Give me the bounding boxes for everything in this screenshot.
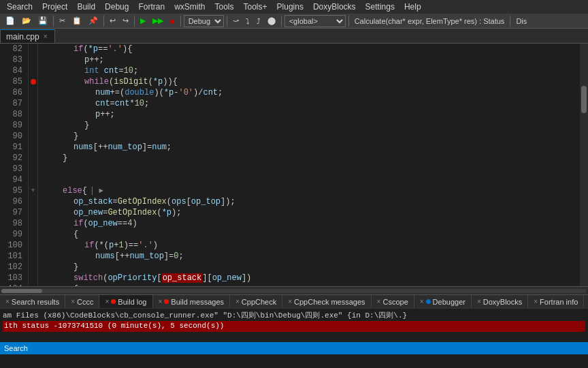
- toolbar-sep4: [180, 16, 181, 27]
- menu-settings[interactable]: Settings: [361, 1, 399, 12]
- toolbar-step-out-btn[interactable]: ⤴: [254, 15, 263, 27]
- line-num-99: 99: [3, 229, 22, 240]
- close-search-results[interactable]: ×: [5, 298, 10, 305]
- close-cppcheck[interactable]: ×: [235, 298, 240, 305]
- close-build-log[interactable]: ×: [105, 298, 109, 305]
- gutter-92: [29, 153, 37, 164]
- code-line-90: }: [41, 131, 577, 142]
- gutter-95[interactable]: ▼: [29, 185, 37, 196]
- menu-tools-plus[interactable]: Tools+: [240, 1, 272, 12]
- toolbar-step-into-btn[interactable]: ⤵: [243, 15, 252, 27]
- tab-bar: main.cpp ×: [0, 29, 588, 44]
- line-num-97: 97: [3, 207, 22, 218]
- toolbar-breakpoint-btn[interactable]: ⬤: [265, 15, 278, 27]
- toolbar-run-btn[interactable]: ▶: [137, 15, 148, 27]
- menu-search[interactable]: Search: [3, 1, 37, 12]
- toolbar-paste-btn[interactable]: 📌: [86, 15, 101, 27]
- tab-close-btn[interactable]: ×: [44, 33, 48, 40]
- menu-fortran[interactable]: Fortran: [134, 1, 169, 12]
- gutter-94: [29, 174, 37, 185]
- menu-wxsmith[interactable]: wxSmith: [170, 1, 209, 12]
- gutter-101: [29, 251, 37, 262]
- gutter-89: [29, 120, 37, 131]
- gutter-85[interactable]: [29, 76, 37, 87]
- bottom-tab-cppcheck-messages[interactable]: × CppCheck messages: [282, 295, 371, 309]
- line-num-85: 85: [3, 76, 22, 87]
- close-doxyblocks[interactable]: ×: [477, 298, 481, 305]
- close-cscope[interactable]: ×: [377, 298, 381, 305]
- status-bar: Search: [0, 342, 588, 354]
- toolbar-sep7: [348, 16, 349, 27]
- bottom-tab-build-messages[interactable]: × Build messages: [153, 295, 231, 309]
- bottom-tab-doxyblocks[interactable]: × DoxyBlocks: [472, 295, 528, 309]
- dis-btn[interactable]: Dis: [513, 15, 529, 27]
- output-line1: am Files (x86)\CodeBlocks\cb_console_run…: [3, 310, 585, 321]
- menu-doxyblocks[interactable]: DoxyBlocks: [309, 1, 360, 12]
- menu-build[interactable]: Build: [73, 1, 99, 12]
- scope-select[interactable]: <global>: [284, 15, 346, 27]
- toolbar-redo-btn[interactable]: ↪: [120, 15, 131, 27]
- toolbar-copy-btn[interactable]: 📋: [69, 15, 84, 27]
- bottom-tab-fortran-info[interactable]: × Fortran info: [528, 295, 584, 309]
- tab-main-cpp[interactable]: main.cpp ×: [0, 29, 55, 43]
- toolbar-new-btn[interactable]: 📄: [3, 15, 18, 27]
- bottom-tab-search-results[interactable]: × Search results: [0, 295, 65, 309]
- code-line-103: switch(opPriority[op_stack][op_new]): [41, 273, 577, 283]
- h-scrollbar[interactable]: [0, 286, 588, 294]
- close-build-messages[interactable]: ×: [159, 298, 163, 305]
- close-debugger[interactable]: ×: [420, 298, 424, 305]
- toolbar-cut-btn[interactable]: ✂: [56, 15, 68, 27]
- code-line-93: [41, 164, 577, 174]
- status-text: Search: [4, 344, 28, 352]
- gutter-93: [29, 164, 37, 174]
- toolbar-step-over-btn[interactable]: ⤻: [230, 15, 242, 27]
- line-num-89: 89: [3, 120, 22, 131]
- line-num-87: 87: [3, 98, 22, 109]
- toolbar-stop-btn[interactable]: ■: [167, 15, 178, 27]
- menu-help[interactable]: Help: [400, 1, 425, 12]
- line-num-101: 101: [3, 251, 22, 262]
- toolbar-left: 📄 📂 💾 ✂ 📋 📌 ↩ ↪ ▶ ▶▶ ■ Debug ⤻ ⤵ ⤴ ⬤ <gl…: [3, 15, 529, 27]
- line-num-94: 94: [3, 174, 22, 185]
- menu-project[interactable]: Project: [38, 1, 71, 12]
- debugger-dot: [426, 299, 431, 304]
- close-fortran-info[interactable]: ×: [534, 298, 538, 305]
- output-text-2: ith status -1073741510 (0 minute(s), 5 s…: [4, 322, 224, 330]
- close-cccc[interactable]: ×: [71, 298, 75, 305]
- toolbar-save-btn[interactable]: 💾: [35, 15, 50, 27]
- fortran-info-label: Fortran info: [540, 298, 578, 306]
- menu-debug[interactable]: Debug: [101, 1, 133, 12]
- gutter-99: [29, 229, 37, 240]
- toolbar: 📄 📂 💾 ✂ 📋 📌 ↩ ↪ ▶ ▶▶ ■ Debug ⤻ ⤵ ⤴ ⬤ <gl…: [0, 14, 588, 29]
- fold-95[interactable]: ▼: [31, 187, 35, 194]
- code-line-95: else{ │ ►: [41, 185, 577, 196]
- toolbar-sep1: [53, 16, 54, 27]
- code-line-88: p++;: [41, 109, 577, 120]
- code-line-99: {: [41, 229, 577, 240]
- build-log-label: Build log: [118, 298, 146, 306]
- code-content[interactable]: if(*p=='.'){ p++; int cnt=10; while(isDi…: [38, 44, 580, 286]
- breakpoint-85[interactable]: [31, 79, 36, 85]
- h-scroll-thumb[interactable]: [1, 289, 42, 293]
- menu-tools[interactable]: Tools: [210, 1, 238, 12]
- toolbar-undo-btn[interactable]: ↩: [107, 15, 118, 27]
- bottom-tab-debugger[interactable]: × Debugger: [414, 295, 472, 309]
- menu-plugins[interactable]: Plugins: [273, 1, 308, 12]
- line-num-100: 100: [3, 240, 22, 251]
- toolbar-open-btn[interactable]: 📂: [19, 15, 34, 27]
- v-scrollbar[interactable]: [580, 44, 588, 286]
- toolbar-sep8: [510, 16, 510, 27]
- bottom-tab-cscope[interactable]: × Cscope: [372, 295, 414, 309]
- bottom-tab-cccc[interactable]: × Cccc: [65, 295, 99, 309]
- code-line-83: p++;: [41, 55, 577, 65]
- gutter-82: [29, 44, 37, 55]
- toolbar-debug-run-btn[interactable]: ▶▶: [150, 15, 166, 27]
- bottom-tab-build-log[interactable]: × Build log: [99, 295, 152, 309]
- code-line-84: int cnt=10;: [41, 65, 577, 76]
- debug-config-select[interactable]: Debug: [184, 15, 224, 27]
- line-num-84: 84: [3, 65, 22, 76]
- bottom-tab-cppcheck[interactable]: × CppCheck: [230, 295, 282, 309]
- v-scroll-thumb[interactable]: [581, 86, 587, 113]
- close-cppcheck-messages[interactable]: ×: [288, 298, 292, 305]
- gutter: ▼ ▼: [29, 44, 38, 286]
